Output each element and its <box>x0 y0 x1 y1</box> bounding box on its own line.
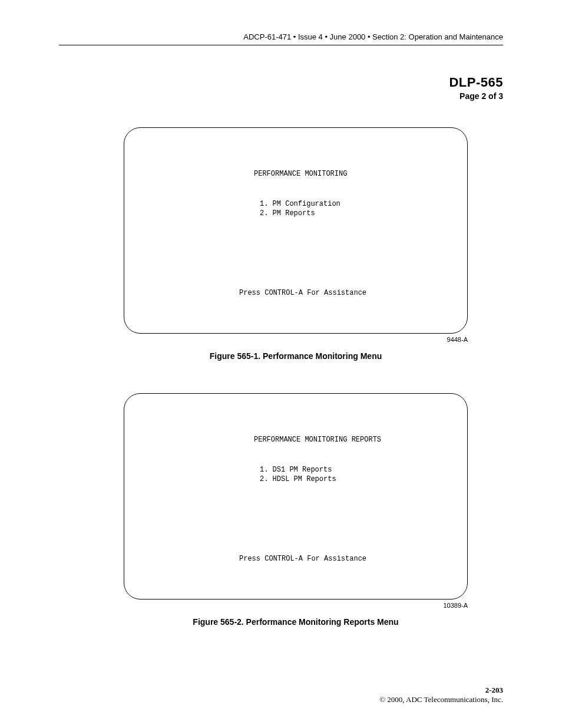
doc-id: DLP-565 <box>59 75 503 90</box>
figure-reference-number: 10389-A <box>124 602 468 609</box>
figure-reference-number: 9448-A <box>124 336 468 343</box>
terminal-title: PERFORMANCE MONITORING REPORTS <box>254 435 467 444</box>
page-number: 2-203 <box>379 686 503 695</box>
terminal-option: 2. HDSL PM Reports <box>260 475 467 484</box>
copyright-text: © 2000, ADC Telecommunications, Inc. <box>379 695 503 704</box>
figure-1-block: PERFORMANCE MONITORING 1. PM Configurati… <box>124 127 468 361</box>
terminal-option: 1. DS1 PM Reports <box>260 465 467 475</box>
terminal-screen-2: PERFORMANCE MONITORING REPORTS 1. DS1 PM… <box>124 393 468 599</box>
terminal-footer-text: Press CONTROL-A For Assistance <box>239 288 467 298</box>
page-header-breadcrumb: ADCP-61-471 • Issue 4 • June 2000 • Sect… <box>59 32 503 45</box>
terminal-options: 1. DS1 PM Reports 2. HDSL PM Reports <box>254 465 467 484</box>
doc-id-block: DLP-565 Page 2 of 3 <box>59 75 503 101</box>
figure-caption: Figure 565-1. Performance Monitoring Men… <box>124 351 468 361</box>
page-of-indicator: Page 2 of 3 <box>59 91 503 101</box>
page-footer: 2-203 © 2000, ADC Telecommunications, In… <box>379 686 503 704</box>
terminal-screen-1: PERFORMANCE MONITORING 1. PM Configurati… <box>124 127 468 334</box>
terminal-option: 2. PM Reports <box>260 209 467 218</box>
figure-2-block: PERFORMANCE MONITORING REPORTS 1. DS1 PM… <box>124 393 468 627</box>
terminal-footer-text: Press CONTROL-A For Assistance <box>239 554 467 564</box>
terminal-title: PERFORMANCE MONITORING <box>254 169 467 179</box>
header-rule <box>59 45 503 45</box>
terminal-options: 1. PM Configuration 2. PM Reports <box>254 199 467 218</box>
terminal-option: 1. PM Configuration <box>260 199 467 209</box>
document-page: ADCP-61-471 • Issue 4 • June 2000 • Sect… <box>0 0 562 728</box>
figure-caption: Figure 565-2. Performance Monitoring Rep… <box>124 617 468 627</box>
